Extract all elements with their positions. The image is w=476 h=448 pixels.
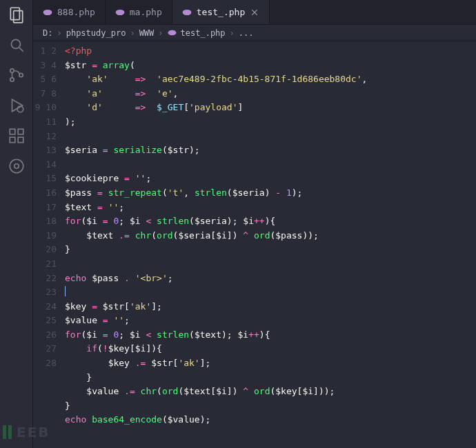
tab-label: ma.php bbox=[130, 7, 162, 17]
svg-point-20 bbox=[168, 30, 176, 36]
editor-tabs: 888.phpma.phptest_.php bbox=[33, 0, 476, 25]
source-control-icon[interactable] bbox=[8, 66, 26, 84]
php-file-icon bbox=[168, 28, 177, 37]
chevron-right-icon: › bbox=[57, 28, 61, 38]
breadcrumb-segment[interactable]: ... bbox=[239, 28, 254, 38]
explorer-icon[interactable] bbox=[8, 6, 26, 23]
svg-point-17 bbox=[182, 9, 191, 14]
main-area: 888.phpma.phptest_.php D:›phpstudy_pro›W… bbox=[33, 0, 476, 448]
code-area[interactable]: <?php $str = array( 'ak' => 'aec7e489-2f… bbox=[65, 41, 476, 448]
breadcrumb-segment[interactable]: test_.php bbox=[181, 28, 226, 38]
remote-icon[interactable] bbox=[8, 157, 26, 175]
svg-rect-9 bbox=[10, 129, 15, 134]
svg-point-14 bbox=[14, 164, 19, 169]
text-cursor bbox=[65, 286, 66, 296]
svg-point-2 bbox=[11, 39, 20, 48]
svg-point-5 bbox=[10, 78, 13, 81]
svg-line-3 bbox=[19, 48, 23, 51]
chevron-right-icon: › bbox=[130, 28, 135, 38]
svg-point-15 bbox=[43, 9, 52, 14]
search-icon[interactable] bbox=[8, 36, 26, 54]
php-file-icon bbox=[43, 8, 52, 17]
tab-label: 888.php bbox=[57, 7, 95, 17]
breadcrumb-segment[interactable]: D: bbox=[43, 28, 52, 38]
chevron-right-icon: › bbox=[158, 28, 163, 38]
activity-bar bbox=[0, 0, 33, 448]
code-editor[interactable]: 1 2 3 4 5 6 7 8 9 10 11 12 13 14 15 16 1… bbox=[33, 41, 476, 448]
svg-rect-1 bbox=[13, 11, 22, 23]
svg-point-16 bbox=[115, 9, 124, 14]
breadcrumb[interactable]: D:›phpstudy_pro›WWW›test_.php›... bbox=[33, 25, 476, 41]
breadcrumb-segment[interactable]: phpstudy_pro bbox=[66, 28, 126, 38]
chevron-right-icon: › bbox=[230, 28, 235, 38]
run-debug-icon[interactable] bbox=[8, 96, 26, 114]
tab-888-php[interactable]: 888.php bbox=[33, 0, 106, 24]
svg-rect-11 bbox=[18, 137, 23, 143]
svg-point-13 bbox=[10, 159, 23, 173]
svg-point-4 bbox=[10, 69, 13, 72]
svg-rect-10 bbox=[10, 137, 15, 143]
tab-test_-php[interactable]: test_.php bbox=[172, 0, 270, 24]
tab-label: test_.php bbox=[197, 7, 245, 17]
extensions-icon[interactable] bbox=[8, 127, 26, 145]
php-file-icon bbox=[115, 8, 125, 17]
line-gutter: 1 2 3 4 5 6 7 8 9 10 11 12 13 14 15 16 1… bbox=[33, 41, 65, 448]
breadcrumb-segment[interactable]: WWW bbox=[139, 28, 155, 38]
svg-rect-12 bbox=[18, 129, 23, 134]
tab-ma-php[interactable]: ma.php bbox=[106, 0, 172, 24]
svg-rect-0 bbox=[10, 8, 19, 19]
close-icon[interactable] bbox=[250, 8, 259, 17]
php-file-icon bbox=[182, 8, 192, 17]
